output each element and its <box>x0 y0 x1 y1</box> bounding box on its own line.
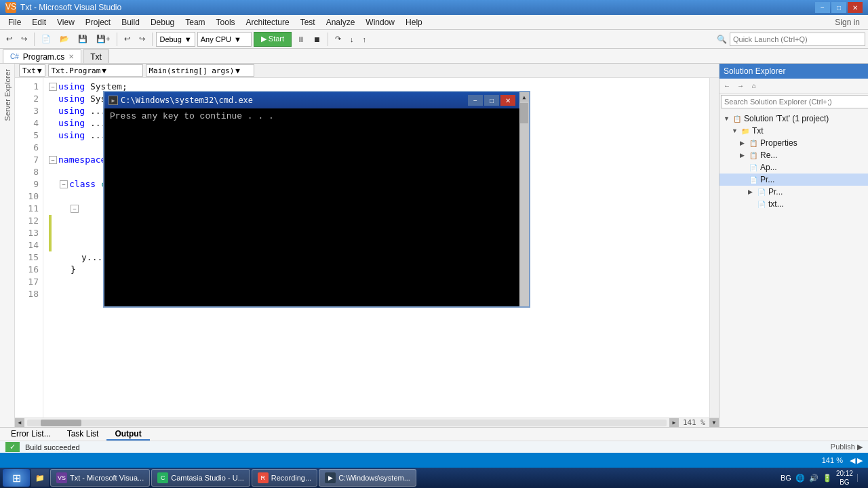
menu-debug[interactable]: Debug <box>145 15 180 30</box>
search-solution-input[interactable] <box>721 95 868 108</box>
hscroll-track[interactable] <box>27 420 667 426</box>
stop-button[interactable]: ⏹ <box>310 32 324 47</box>
taskbar-vs-icon: VS <box>56 472 67 483</box>
start-button[interactable]: ⊞ <box>3 469 30 487</box>
pause-button[interactable]: ⏸ <box>294 32 308 47</box>
namespace-dropdown[interactable]: Txt ▼ <box>19 64 45 77</box>
taskbar-item-recording[interactable]: R Recording... <box>252 469 317 487</box>
publish-button[interactable]: Publish ▶ <box>831 443 863 451</box>
se-forward-btn[interactable]: → <box>734 80 747 92</box>
breakpoint-marker-12 <box>49 215 52 227</box>
tree-item-solution[interactable]: ▼ 📋 Solution 'Txt' (1 project) <box>719 113 868 125</box>
cmd-body[interactable]: Press any key to continue . . . <box>104 108 519 306</box>
restore-button[interactable]: □ <box>831 2 846 13</box>
tab-program-cs-icon: C# <box>10 53 19 60</box>
menu-architecture[interactable]: Architecture <box>241 15 295 30</box>
namespace-arrow: ▼ <box>37 66 42 75</box>
build-status-text: Build succeeded <box>25 443 80 451</box>
tab-program-cs[interactable]: C# Program.cs ✕ <box>3 49 81 63</box>
zoom-down-btn[interactable]: ▼ <box>709 418 719 428</box>
menu-help[interactable]: Help <box>400 15 428 30</box>
toolbar-sep-1 <box>34 33 35 46</box>
sign-in-button[interactable]: Sign in <box>835 18 865 27</box>
hscroll-left-arrow[interactable]: ◀ <box>15 418 24 428</box>
editor-vscroll[interactable] <box>709 78 719 418</box>
collapse-11[interactable]: − <box>71 205 79 213</box>
status-scroll-indicator: ◀ ▶ <box>850 456 863 465</box>
class-dropdown[interactable]: Txt.Program ▼ <box>48 64 143 77</box>
toolbar-redo-btn[interactable]: ↪ <box>136 32 149 47</box>
menu-tools[interactable]: Tools <box>211 15 241 30</box>
taskbar-vs-label: Txt - Microsoft Visua... <box>70 474 144 482</box>
cpu-mode-dropdown[interactable]: Any CPU ▼ <box>197 32 252 47</box>
tree-item-pr2[interactable]: ▶ 📄 Pr... <box>719 186 868 198</box>
cmd-scrollbar[interactable]: ▲ <box>519 92 529 306</box>
tab-error-list[interactable]: Error List... <box>3 428 59 441</box>
menu-file[interactable]: File <box>3 15 26 30</box>
tree-item-properties[interactable]: ▶ 📋 Properties <box>719 137 868 149</box>
step-over-btn[interactable]: ↷ <box>332 32 344 47</box>
menu-team[interactable]: Team <box>180 15 210 30</box>
se-back-btn[interactable]: ← <box>721 80 733 92</box>
toolbar-save-btn[interactable]: 💾 <box>75 32 91 47</box>
tree-item-program[interactable]: 📄 Pr... <box>719 174 868 186</box>
tree-item-app[interactable]: 📄 Ap... <box>719 161 868 174</box>
taskbar-clock: 20:12 BG <box>836 469 853 487</box>
toolbar-new-btn[interactable]: 📄 <box>38 32 54 47</box>
breakpoint-marker-14 <box>49 239 52 251</box>
menu-build[interactable]: Build <box>116 15 145 30</box>
close-button[interactable]: ✕ <box>848 2 863 13</box>
tree-item-references[interactable]: ▶ 📋 Re... <box>719 149 868 161</box>
collapse-7[interactable]: − <box>49 156 57 164</box>
cmd-output-text: Press any key to continue . . . <box>110 111 274 121</box>
step-into-btn[interactable]: ↓ <box>347 32 357 47</box>
taskbar-item-camtasia[interactable]: C Camtasia Studio - U... <box>151 469 250 487</box>
tree-label-pr2: Pr... <box>768 187 783 197</box>
menu-view[interactable]: View <box>52 15 80 30</box>
tree-expand-txt-file <box>748 201 755 207</box>
toolbar-undo-btn[interactable]: ↩ <box>121 32 134 47</box>
cmd-minimize-btn[interactable]: − <box>468 95 483 106</box>
taskbar-item-vs[interactable]: VS Txt - Microsoft Visua... <box>50 469 150 487</box>
tab-txt[interactable]: Txt <box>83 49 109 63</box>
tree-item-txt-file[interactable]: 📄 txt... <box>719 198 868 210</box>
collapse-9[interactable]: − <box>60 180 68 188</box>
step-out-btn[interactable]: ↑ <box>359 32 370 47</box>
show-desktop-btn2[interactable] <box>857 474 863 482</box>
menu-analyze[interactable]: Analyze <box>321 15 361 30</box>
method-dropdown[interactable]: Main(string[] args) ▼ <box>146 64 254 77</box>
tree-item-txt[interactable]: ▼ 📁 Txt <box>719 125 868 137</box>
show-desktop-btn[interactable]: 📁 <box>31 469 49 487</box>
menu-project[interactable]: Project <box>80 15 116 30</box>
cmd-restore-btn[interactable]: □ <box>484 95 499 106</box>
tab-program-cs-close[interactable]: ✕ <box>68 53 74 60</box>
se-home-btn[interactable]: ⌂ <box>748 80 760 92</box>
quick-launch-input[interactable] <box>730 33 865 46</box>
toolbar-sep-4 <box>328 33 328 46</box>
toolbar-saveall-btn[interactable]: 💾+ <box>93 32 113 47</box>
collapse-1[interactable]: − <box>49 83 57 91</box>
toolbar-sep-3 <box>152 33 153 46</box>
tab-task-list[interactable]: Task List <box>59 428 107 441</box>
toolbar-forward-btn[interactable]: ↪ <box>18 32 31 47</box>
cmd-scroll-thumb[interactable] <box>520 103 528 123</box>
cmd-scroll-up[interactable]: ▲ <box>519 92 529 102</box>
toolbar-open-btn[interactable]: 📂 <box>56 32 73 47</box>
menu-window[interactable]: Window <box>360 15 400 30</box>
taskbar-item-cmd[interactable]: ▶ C:\Windows\system... <box>319 469 416 487</box>
server-explorer-label[interactable]: Server Explorer <box>2 66 13 123</box>
start-button[interactable]: ▶ Start <box>254 32 292 47</box>
debug-mode-dropdown[interactable]: Debug ▼ <box>156 32 195 47</box>
tab-output[interactable]: Output <box>106 428 149 441</box>
tree-expand-txt: ▼ <box>732 127 738 134</box>
cmd-title-text: C:\Windows\system32\cmd.exe <box>121 96 465 105</box>
hscroll-right-arrow[interactable]: ▶ <box>669 418 679 428</box>
cmd-window: ▶ C:\Windows\system32\cmd.exe − □ ✕ Pres… <box>103 91 530 308</box>
toolbar-back-btn[interactable]: ↩ <box>3 32 16 47</box>
cmd-close-btn[interactable]: ✕ <box>500 95 515 106</box>
hscroll-thumb[interactable] <box>41 420 81 426</box>
menu-edit[interactable]: Edit <box>26 15 52 30</box>
status-bar: 141 % ◀ ▶ <box>0 453 868 468</box>
menu-test[interactable]: Test <box>295 15 321 30</box>
minimize-button[interactable]: − <box>815 2 830 13</box>
